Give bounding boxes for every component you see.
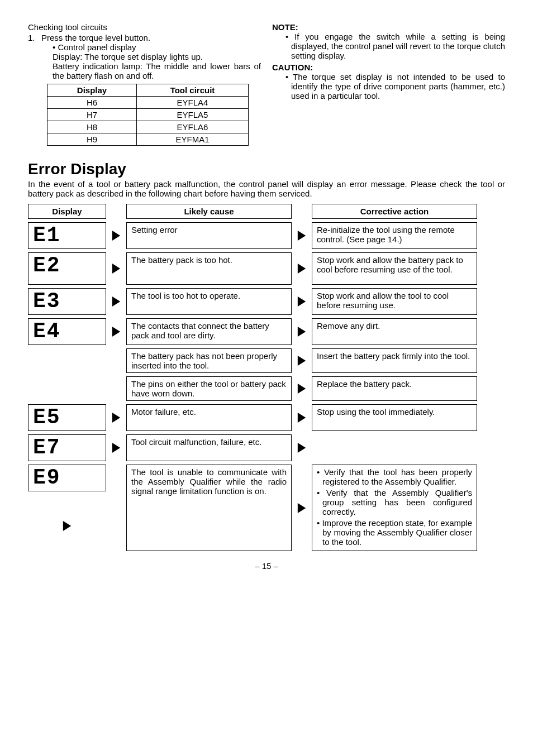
display-code: E7 [28, 435, 106, 461]
control-panel-bullet: • Control panel display [53, 42, 261, 52]
header-cause: Likely cause [127, 204, 291, 218]
arrow-right-icon [292, 404, 312, 431]
error-row-e5: E5 Motor failure, etc. Stop using the to… [28, 404, 505, 431]
error-intro: In the event of a tool or battery pack m… [28, 179, 505, 198]
table-cell: H7 [47, 109, 137, 121]
battery-para: Battery indication lamp: The middle and … [53, 61, 261, 80]
error-row-e2: E2 The battery pack is too hot. Stop wor… [28, 252, 505, 285]
arrow-right-icon [106, 288, 126, 315]
cause-text: The tool is too hot to operate. [127, 289, 291, 303]
error-display-heading: Error Display [28, 160, 505, 178]
action-text: Re-initialize the tool using the remote … [312, 223, 477, 246]
table-cell: H8 [47, 121, 137, 133]
error-row-e7: E7 Tool circuit malfunction, failure, et… [28, 434, 505, 461]
spacer [106, 465, 126, 551]
cause-text: The battery pack is too hot. [127, 253, 291, 284]
arrow-right-icon [62, 520, 72, 534]
spacer [28, 376, 106, 401]
action-bullet: • Improve the reception state, for examp… [317, 518, 472, 547]
spacer [106, 204, 126, 219]
cause-text: Setting error [127, 223, 291, 237]
display-code: E4 [28, 319, 106, 344]
table-cell: EYFMA1 [137, 133, 249, 146]
arrow-right-icon [292, 222, 312, 249]
arrow-right-icon [106, 252, 126, 285]
action-bullet: • Verify that the tool has been properly… [317, 467, 472, 486]
note-bullet: • If you engage the switch while a setti… [285, 32, 505, 60]
action-text: Replace the battery pack. [312, 377, 477, 391]
error-row-e3: E3 The tool is too hot to operate. Stop … [28, 288, 505, 315]
arrow-right-icon [106, 404, 126, 431]
arrow-right-icon [106, 318, 126, 345]
step-1: 1. Press the torque level button. [28, 33, 261, 42]
spacer [28, 348, 106, 373]
action-text: Remove any dirt. [312, 319, 477, 333]
action-text: Stop using the tool immediately. [312, 405, 477, 419]
arrow-right-icon [292, 348, 312, 373]
arrow-right-icon [292, 252, 312, 285]
cause-text: The battery pack has not been properly i… [127, 349, 291, 372]
header-display: Display [28, 204, 106, 218]
spacer [106, 376, 126, 401]
display-code: E5 [28, 405, 106, 430]
table-cell: EYFLA4 [137, 97, 249, 109]
error-row-e4c: The pins on either the tool or battery p… [28, 376, 505, 401]
error-row-e4a: E4 The contacts that connect the battery… [28, 318, 505, 345]
spacer [292, 204, 312, 219]
caution-heading: CAUTION: [272, 63, 505, 72]
display-para: Display: The torque set display lights u… [53, 52, 261, 61]
arrow-right-icon [106, 222, 126, 249]
th-display: Display [47, 84, 137, 97]
action-list: • Verify that the tool has been properly… [312, 465, 477, 551]
table-cell: H6 [47, 97, 137, 109]
display-code: E9 [28, 465, 106, 491]
arrow-right-icon [292, 376, 312, 401]
note-heading: NOTE: [272, 22, 505, 32]
cause-text: The tool is unable to communicate with t… [127, 465, 291, 498]
table-cell: EYFLA5 [137, 109, 249, 121]
arrow-right-icon [292, 318, 312, 345]
cause-text: The pins on either the tool or battery p… [127, 377, 291, 400]
action-text: Stop work and allow the battery pack to … [312, 253, 477, 284]
caution-bullet: • The torque set display is not intended… [285, 72, 505, 101]
spacer [312, 434, 477, 461]
action-bullet: • Verify that the Assembly Qualifier's g… [317, 488, 472, 516]
display-code: E1 [28, 223, 106, 248]
spacer [106, 348, 126, 373]
arrow-right-icon [292, 288, 312, 315]
display-code: E3 [28, 289, 106, 314]
page-number: – 15 – [28, 561, 505, 571]
tool-circuit-table: Display Tool circuit H6EYFLA4 H7EYFLA5 H… [47, 84, 249, 146]
arrow-right-icon [292, 434, 312, 461]
error-row-e9: E9 The tool is unable to communicate wit… [28, 465, 505, 551]
error-row-e1: E1 Setting error Re-initialize the tool … [28, 222, 505, 249]
error-header-row: Display Likely cause Corrective action [28, 204, 505, 219]
table-cell: EYFLA6 [137, 121, 249, 133]
table-cell: H9 [47, 133, 137, 146]
step-number: 1. [28, 33, 41, 42]
checking-heading: Checking tool circuits [28, 22, 261, 32]
cause-text: Tool circuit malfunction, failure, etc. [127, 435, 291, 449]
action-text: Insert the battery pack firmly into the … [312, 349, 477, 363]
action-text: Stop work and allow the tool to cool bef… [312, 289, 477, 312]
th-tool-circuit: Tool circuit [137, 84, 249, 97]
header-action: Corrective action [312, 204, 477, 218]
cause-text: The contacts that connect the battery pa… [127, 319, 291, 342]
arrow-right-icon [292, 465, 312, 551]
error-row-e4b: The battery pack has not been properly i… [28, 348, 505, 373]
step-text: Press the torque level button. [41, 33, 150, 42]
cause-text: Motor failure, etc. [127, 405, 291, 419]
arrow-right-icon [106, 434, 126, 461]
display-code: E2 [28, 253, 106, 279]
